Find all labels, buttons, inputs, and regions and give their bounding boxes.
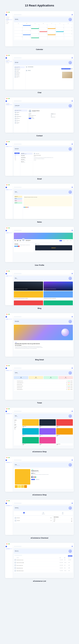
chat-contact[interactable]: David SmithSent a photo (14, 70, 25, 72)
color-selector[interactable] (31, 476, 72, 478)
sidebar-item[interactable]: Analytics (6, 18, 12, 19)
product-card[interactable]: Wireless Headset$450 (22, 437, 39, 446)
step-cart[interactable]: Cart (23, 512, 25, 514)
note-item[interactable]: Birthday gift09/10/2023 (14, 200, 22, 202)
search-input[interactable] (14, 503, 21, 504)
avatar[interactable] (72, 460, 73, 461)
avatar[interactable] (72, 368, 73, 369)
table-row[interactable]: Stylish night lamp for nightSat, Jan 14 … (14, 567, 72, 570)
filter-option[interactable]: Women (14, 429, 21, 430)
product-thumb[interactable] (18, 485, 21, 488)
sidebar-item[interactable]: Contacts (6, 22, 12, 23)
step-billing[interactable]: Billing & address (42, 512, 45, 514)
blog-featured[interactable]: Early Black Friday Amazon deals: cheap T… (14, 282, 43, 290)
search-input[interactable] (14, 411, 21, 412)
avatar[interactable] (72, 57, 73, 58)
chat-contact[interactable]: James JohnsonTyping... (14, 66, 25, 68)
search-input[interactable] (14, 316, 21, 317)
ticket-row[interactable]: 6Consequuntur magni dolores eosJackPendi… (14, 389, 72, 390)
ticket-row[interactable]: 3Exercitationem ullam corporisJackPendin… (14, 384, 72, 385)
compose-button[interactable]: Compose (14, 153, 20, 154)
sidebar-item[interactable]: Email (6, 146, 12, 147)
sidebar-item[interactable]: Tickets (6, 370, 12, 371)
email-item[interactable]: Michael SmithNor again is there anyone (21, 159, 32, 161)
avatar[interactable] (72, 316, 73, 317)
social-links[interactable] (14, 246, 33, 247)
sidebar-item[interactable]: Contacts (6, 62, 12, 63)
sidebar-item[interactable]: Contacts (6, 104, 12, 105)
delete-button[interactable]: Delete (32, 118, 35, 119)
sidebar-item[interactable]: Email (6, 23, 12, 24)
table-search[interactable] (14, 555, 22, 556)
blog-post[interactable]: Intel loses bid to revive antitrust case… (44, 291, 73, 300)
email-item[interactable]: Michael KnightLiterature from 45 BC (21, 155, 32, 157)
tab-followers[interactable]: Followers (63, 240, 66, 241)
search-input[interactable] (14, 100, 21, 102)
buy-button[interactable]: Buy Now (31, 479, 35, 480)
table-row[interactable]: Good butterscotch ice-creamThu, Jan 12 2… (14, 558, 72, 561)
note-item[interactable]: Give salary09/05/2023 (14, 198, 22, 200)
step-payment[interactable]: Payment (62, 512, 64, 514)
search-input[interactable] (14, 144, 21, 145)
blog-post[interactable]: As yen tumbles, gadget-loving Japan goes… (14, 291, 43, 300)
sidebar-item[interactable]: Blog (6, 275, 12, 276)
cart-button[interactable]: Add to Cart (36, 479, 40, 480)
folder-item[interactable]: Sent (14, 156, 20, 156)
avatar[interactable] (72, 410, 73, 412)
product-thumb[interactable] (21, 485, 24, 488)
product-card[interactable]: Cute Soft Teddybear$285 (22, 419, 39, 428)
avatar[interactable] (72, 273, 73, 274)
product-thumb[interactable] (24, 485, 27, 488)
blog-featured[interactable]: Presented by Max Rushden with Barry Glen… (44, 282, 73, 290)
contact-item[interactable]: Juliana HevnerSupport (14, 120, 27, 122)
sidebar-item[interactable]: Dashboard (6, 103, 12, 104)
sidebar-item[interactable]: Dashboard (6, 60, 12, 61)
product-card[interactable]: Short & Sweet Purse$175 (56, 437, 73, 446)
folder-item[interactable]: Draft (14, 157, 20, 158)
email-item[interactable]: James SmithKindly check this latest upda… (21, 153, 32, 155)
table-row[interactable]: Supreme fresh tomato availableMon, Jan 1… (14, 561, 72, 564)
sidebar-item[interactable]: eCommerce (6, 548, 12, 549)
folder-item[interactable]: Trash (14, 159, 20, 160)
sidebar-item[interactable]: eCommerce (6, 505, 12, 506)
search-input[interactable] (14, 546, 21, 547)
sidebar-item[interactable]: Chat (6, 61, 12, 62)
avatar[interactable] (72, 100, 73, 102)
product-thumb[interactable] (15, 485, 18, 488)
sidebar-item[interactable]: Blog (6, 318, 12, 320)
blog-post[interactable]: Streaming video way before it was cool, … (44, 300, 73, 305)
product-card[interactable]: Smart Watch$125 (39, 437, 56, 446)
sidebar-item[interactable]: Notes (6, 189, 12, 190)
sidebar-item[interactable]: Chat (6, 20, 12, 22)
avatar[interactable] (72, 546, 73, 547)
table-row[interactable]: Red color candy from GucciWed, Jan 18 20… (14, 564, 72, 567)
search-input[interactable] (14, 230, 21, 231)
contact-item[interactable]: Cami MachaSupport (14, 112, 27, 114)
product-card[interactable]: Little Angel Toy$5 (22, 428, 39, 436)
avatar[interactable] (72, 14, 73, 15)
product-card[interactable]: Gaming Console$25 (39, 428, 56, 436)
search-input[interactable] (14, 368, 21, 369)
contact-item[interactable]: Luciano MacphersonMarketing (14, 116, 27, 118)
note-textarea[interactable]: Meeting with the design team at 3pm to r… (24, 196, 72, 206)
search-input[interactable] (14, 273, 21, 274)
chat-contact[interactable]: Robert SmithSee you tomorrow (14, 74, 25, 76)
avatar[interactable] (72, 502, 73, 504)
note-item[interactable]: Launch project09/12/2023 (14, 202, 22, 204)
chat-contact[interactable]: Maria RodriguezSounds good! (14, 72, 25, 74)
filter-option[interactable]: Price: High-Low (14, 426, 21, 427)
avatar[interactable] (72, 230, 73, 231)
tab-friends[interactable]: Friends (66, 240, 69, 241)
contact-item[interactable]: Dalton PadenSales (14, 118, 27, 120)
contact-item[interactable]: Alda ZiemerEngineering (14, 114, 27, 116)
product-card[interactable]: MacBook Air Pro$900 (39, 419, 56, 428)
sidebar-item[interactable]: eCommerce (6, 413, 12, 414)
email-item[interactable]: Bianca MacdowellsStandard chunk of Lorem (21, 157, 32, 159)
search-input[interactable] (14, 187, 21, 188)
filter-option[interactable]: Toys (14, 423, 21, 424)
avatar[interactable] (72, 187, 73, 188)
search-input[interactable] (14, 14, 21, 15)
sidebar-item[interactable]: Dashboard (6, 16, 12, 18)
product-card[interactable]: Boat Headphone$300 (56, 428, 73, 436)
note-item[interactable]: Meeting with team09/02/2023 (14, 196, 22, 198)
